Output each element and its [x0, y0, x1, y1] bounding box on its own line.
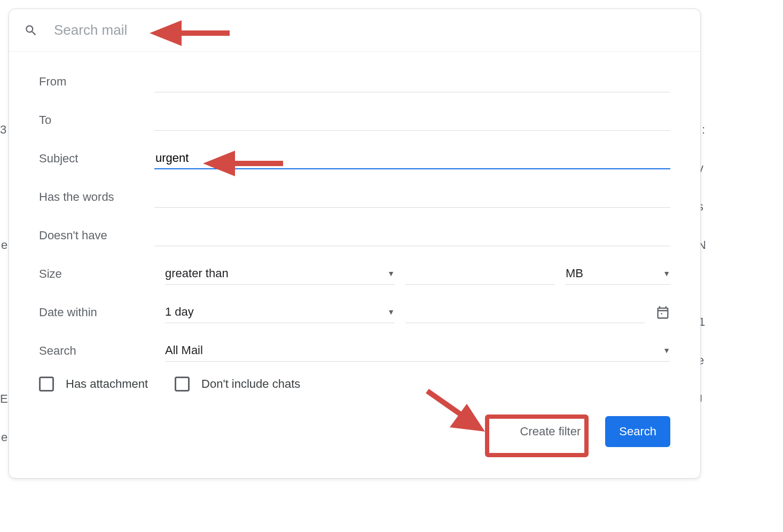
row-doesnt-have: Doesn't have: [39, 216, 670, 255]
doesnt-have-label: Doesn't have: [39, 229, 154, 242]
date-range-dropdown[interactable]: 1 day ▼: [165, 302, 395, 323]
checkbox-row: Has attachment Don't include chats: [39, 370, 670, 401]
checkbox-icon: [175, 377, 190, 392]
search-scope-dropdown[interactable]: All Mail ▼: [165, 340, 670, 362]
chevron-down-icon: ▼: [663, 269, 670, 278]
from-label: From: [39, 75, 154, 89]
checkbox-icon: [39, 377, 54, 392]
bg-fragment: e: [1, 431, 7, 444]
bg-fragment: e: [1, 238, 7, 252]
size-comparator-value: greater than: [165, 267, 229, 280]
search-button[interactable]: Search: [605, 416, 670, 447]
search-filter-panel: From To Subject Has the words Doesn't ha: [9, 9, 701, 479]
from-field-wrapper: [154, 71, 670, 92]
subject-label: Subject: [39, 152, 154, 166]
size-unit-value: MB: [566, 267, 583, 280]
row-from: From: [39, 62, 670, 101]
chevron-down-icon: ▼: [387, 269, 395, 278]
search-input[interactable]: [53, 21, 685, 39]
row-to: To: [39, 101, 670, 139]
bg-fragment: E: [0, 392, 8, 406]
subject-field-wrapper: [154, 148, 670, 169]
has-words-input[interactable]: [154, 189, 670, 205]
has-attachment-label: Has attachment: [66, 377, 148, 391]
date-value-field-wrapper: [405, 302, 645, 323]
subject-input[interactable]: [154, 151, 670, 166]
has-words-label: Has the words: [39, 190, 154, 204]
has-attachment-checkbox[interactable]: Has attachment: [39, 377, 148, 392]
size-amount-field-wrapper: [405, 263, 555, 285]
calendar-icon[interactable]: [655, 305, 670, 320]
date-within-label: Date within: [39, 306, 154, 319]
to-label: To: [39, 113, 154, 127]
row-has-words: Has the words: [39, 178, 670, 216]
from-input[interactable]: [154, 74, 670, 89]
row-search-scope: Search All Mail ▼: [39, 332, 670, 370]
search-icon: [24, 24, 38, 37]
bg-fragment: :: [702, 123, 705, 137]
search-scope-label: Search: [39, 344, 154, 358]
search-scope-value: All Mail: [165, 343, 203, 357]
bg-fragment: 3: [0, 123, 6, 137]
highlight-box-create-filter: [485, 414, 589, 457]
chevron-down-icon: ▼: [387, 308, 395, 316]
row-subject: Subject: [39, 139, 670, 178]
size-unit-dropdown[interactable]: MB ▼: [566, 263, 670, 285]
date-value-input[interactable]: [405, 304, 645, 320]
doesnt-have-field-wrapper: [154, 225, 670, 246]
size-amount-input[interactable]: [405, 266, 555, 281]
dont-include-chats-label: Don't include chats: [201, 377, 300, 391]
dont-include-chats-checkbox[interactable]: Don't include chats: [175, 377, 300, 392]
search-bar: [9, 9, 700, 52]
doesnt-have-input[interactable]: [154, 228, 670, 243]
to-field-wrapper: [154, 109, 670, 131]
row-date-within: Date within 1 day ▼: [39, 293, 670, 332]
row-size: Size greater than ▼ MB ▼: [39, 255, 670, 293]
to-input[interactable]: [154, 112, 670, 128]
size-comparator-dropdown[interactable]: greater than ▼: [165, 263, 395, 285]
has-words-field-wrapper: [154, 186, 670, 208]
chevron-down-icon: ▼: [663, 346, 670, 355]
advanced-search-form: From To Subject Has the words Doesn't ha: [9, 52, 700, 458]
size-label: Size: [39, 267, 154, 281]
date-range-value: 1 day: [165, 305, 194, 319]
